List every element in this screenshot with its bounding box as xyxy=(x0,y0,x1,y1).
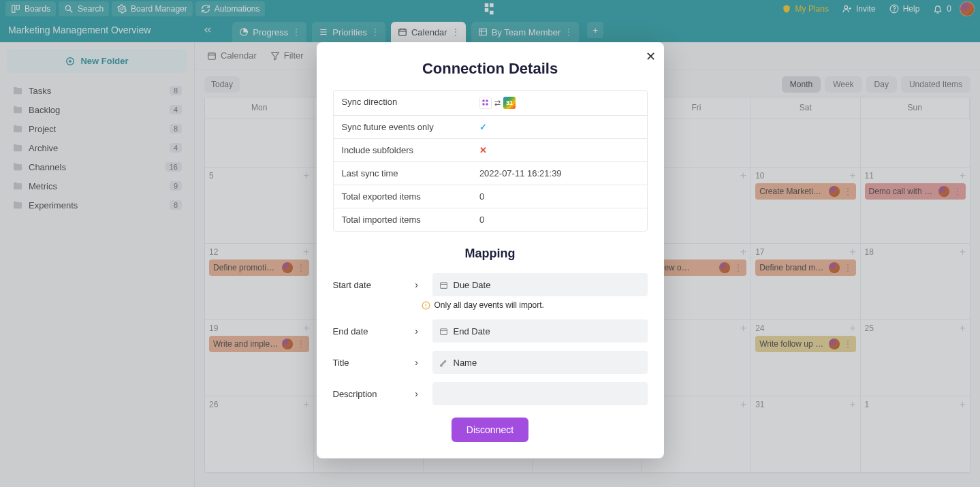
mapping-title: Mapping xyxy=(333,247,648,261)
svg-rect-35 xyxy=(440,282,447,288)
warning-icon xyxy=(422,301,430,310)
svg-rect-40 xyxy=(440,328,447,334)
last-sync-label: Last sync time xyxy=(334,162,471,185)
close-icon: ✕ xyxy=(646,50,656,63)
total-imported-value: 0 xyxy=(471,208,647,231)
end-date-select[interactable]: End Date xyxy=(432,319,648,343)
svg-rect-32 xyxy=(486,100,488,102)
calendar-icon xyxy=(439,281,448,289)
end-date-value: End Date xyxy=(454,326,490,336)
google-calendar-icon: 31 xyxy=(503,97,516,109)
mapping-note: Only all day events will import. xyxy=(422,300,648,310)
svg-rect-31 xyxy=(482,100,484,102)
start-date-label: Start date xyxy=(333,280,401,290)
sync-future-label: Sync future events only xyxy=(334,116,471,138)
sync-future-value: ✓ xyxy=(471,116,647,138)
app-logo-small xyxy=(479,97,492,109)
title-select[interactable]: Name xyxy=(432,351,648,374)
chevron-right-icon: › xyxy=(412,357,422,368)
sync-direction-value: ⇄ 31 xyxy=(471,91,647,115)
connection-details-modal: ✕ Connection Details Sync direction ⇄ 31 xyxy=(317,42,664,458)
mapping-note-text: Only all day events will import. xyxy=(434,300,544,310)
disconnect-label: Disconnect xyxy=(467,424,513,435)
svg-rect-33 xyxy=(482,104,484,106)
svg-point-39 xyxy=(426,307,426,307)
modal-title: Connection Details xyxy=(333,60,648,78)
chevron-right-icon: › xyxy=(412,279,422,290)
total-exported-value: 0 xyxy=(471,185,647,208)
title-label: Title xyxy=(333,358,401,368)
check-icon: ✓ xyxy=(479,122,487,132)
start-date-value: Due Date xyxy=(454,280,491,290)
start-date-select[interactable]: Due Date xyxy=(432,273,648,296)
title-value: Name xyxy=(454,358,477,368)
include-sub-label: Include subfolders xyxy=(334,139,471,161)
edit-icon xyxy=(439,358,448,367)
chevron-right-icon: › xyxy=(412,326,422,336)
modal-overlay[interactable]: ✕ Connection Details Sync direction ⇄ 31 xyxy=(0,0,980,487)
description-select[interactable] xyxy=(432,382,648,405)
close-button[interactable]: ✕ xyxy=(646,49,656,64)
include-sub-value: ✕ xyxy=(471,139,647,161)
chevron-right-icon: › xyxy=(412,388,422,399)
x-icon: ✕ xyxy=(479,145,487,155)
swap-arrows-icon: ⇄ xyxy=(494,99,501,108)
total-imported-label: Total imported items xyxy=(334,208,471,231)
disconnect-button[interactable]: Disconnect xyxy=(452,418,528,442)
end-date-label: End date xyxy=(333,326,401,336)
description-label: Description xyxy=(333,389,401,399)
total-exported-label: Total exported items xyxy=(334,185,471,208)
svg-rect-34 xyxy=(486,104,488,106)
details-table: Sync direction ⇄ 31 Sync future events o… xyxy=(333,90,648,232)
calendar-icon xyxy=(439,327,448,336)
last-sync-value: 2022-07-11 16:21:39 xyxy=(471,162,647,185)
sync-direction-label: Sync direction xyxy=(334,91,471,115)
